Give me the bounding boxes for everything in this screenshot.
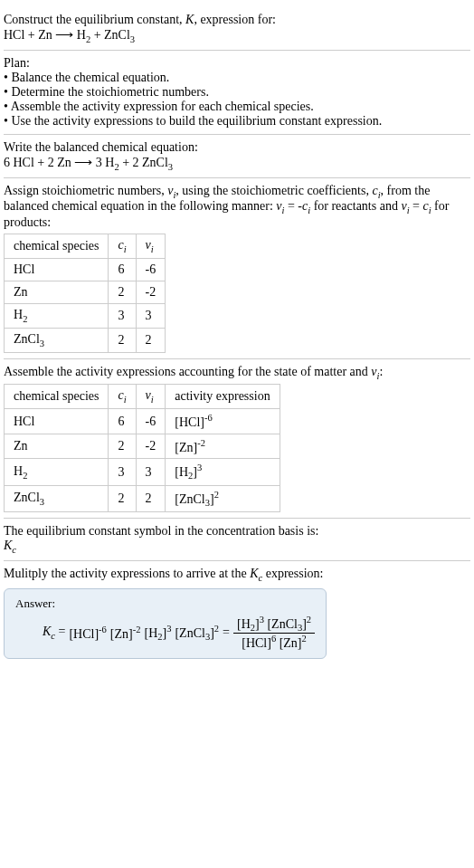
unbalanced-equation: HCl + Zn ⟶ H2 + ZnCl3 <box>4 27 470 44</box>
term: [Zn]-2 <box>110 625 141 642</box>
cell-species: Zn <box>5 281 109 303</box>
table-row: ZnCl3 2 2 [ZnCl3]2 <box>5 485 280 511</box>
cell-species: H2 <box>5 303 109 328</box>
balanced-section: Write the balanced chemical equation: 6 … <box>4 135 470 178</box>
cell-expr: [ZnCl3]2 <box>166 485 280 511</box>
activity-intro: Assemble the activity expressions accoun… <box>4 365 470 381</box>
cell-v: -6 <box>136 409 166 434</box>
cell-species: ZnCl3 <box>5 328 109 352</box>
basis-text: The equilibrium constant symbol in the c… <box>4 524 470 539</box>
stoich-intro: Assign stoichiometric numbers, νi, using… <box>4 184 470 231</box>
stoich-section: Assign stoichiometric numbers, νi, using… <box>4 178 470 359</box>
plan-item: • Use the activity expressions to build … <box>4 114 470 129</box>
plan-item: • Assemble the activity expression for e… <box>4 100 470 114</box>
cell-c: 6 <box>109 258 136 281</box>
table-row: H2 3 3 <box>5 303 166 328</box>
balanced-equation: 6 HCl + 2 Zn ⟶ 3 H2 + 2 ZnCl3 <box>4 155 470 172</box>
table-row: HCl 6 -6 <box>5 258 166 281</box>
basis-symbol: Kc <box>4 539 470 555</box>
col-vi: νi <box>136 385 166 409</box>
cell-species: H2 <box>5 459 109 485</box>
col-ci: ci <box>109 385 136 409</box>
activity-table: chemical species ci νi activity expressi… <box>4 384 280 512</box>
col-species: chemical species <box>5 385 109 409</box>
cell-v: 2 <box>136 328 166 352</box>
cell-species: Zn <box>5 434 109 459</box>
multiply-section: Mulitply the activity expressions to arr… <box>4 561 470 664</box>
cell-expr: [H2]3 <box>166 459 280 485</box>
cell-species: ZnCl3 <box>5 485 109 511</box>
term: [ZnCl3]2 <box>175 624 219 642</box>
equals: = <box>223 625 230 640</box>
stoich-table: chemical species ci νi HCl 6 -6 Zn 2 -2 … <box>4 234 166 352</box>
table-header-row: chemical species ci νi activity expressi… <box>5 385 280 409</box>
cell-v: 3 <box>136 303 166 328</box>
plan-item: • Balance the chemical equation. <box>4 71 470 85</box>
plan-item: • Determine the stoichiometric numbers. <box>4 85 470 100</box>
fraction-denominator: [HCl]6 [Zn]2 <box>233 634 315 651</box>
cell-v: -2 <box>136 281 166 303</box>
cell-species: HCl <box>5 409 109 434</box>
col-species: chemical species <box>5 234 109 259</box>
col-activity: activity expression <box>166 385 280 409</box>
cell-v: -2 <box>136 434 166 459</box>
balanced-header: Write the balanced chemical equation: <box>4 140 470 155</box>
table-row: Zn 2 -2 <box>5 281 166 303</box>
prompt-line: Construct the equilibrium constant, K, e… <box>4 13 276 26</box>
cell-c: 3 <box>109 303 136 328</box>
fraction: [H2]3 [ZnCl3]2 [HCl]6 [Zn]2 <box>233 615 315 651</box>
kc-lhs: Kc = <box>43 625 65 641</box>
plan-section: Plan: • Balance the chemical equation. •… <box>4 51 470 135</box>
cell-species: HCl <box>5 258 109 281</box>
table-row: ZnCl3 2 2 <box>5 328 166 352</box>
table-row: H2 3 3 [H2]3 <box>5 459 280 485</box>
cell-v: 2 <box>136 485 166 511</box>
cell-c: 2 <box>109 328 136 352</box>
cell-c: 2 <box>109 434 136 459</box>
col-ci: ci <box>109 234 136 259</box>
answer-label: Answer: <box>15 596 315 611</box>
activity-section: Assemble the activity expressions accoun… <box>4 359 470 520</box>
table-row: HCl 6 -6 [HCl]-6 <box>5 409 280 434</box>
cell-expr: [HCl]-6 <box>166 409 280 434</box>
fraction-numerator: [H2]3 [ZnCl3]2 <box>233 615 315 634</box>
table-header-row: chemical species ci νi <box>5 234 166 259</box>
cell-v: -6 <box>136 258 166 281</box>
cell-c: 6 <box>109 409 136 434</box>
multiply-intro: Mulitply the activity expressions to arr… <box>4 567 470 583</box>
table-row: Zn 2 -2 [Zn]-2 <box>5 434 280 459</box>
term: [H2]3 <box>144 624 171 642</box>
answer-expression: Kc = [HCl]-6 [Zn]-2 [H2]3 [ZnCl3]2 = [H2… <box>15 615 315 651</box>
cell-c: 2 <box>109 281 136 303</box>
basis-section: The equilibrium constant symbol in the c… <box>4 519 470 561</box>
cell-expr: [Zn]-2 <box>166 434 280 459</box>
cell-v: 3 <box>136 459 166 485</box>
plan-header: Plan: <box>4 56 470 71</box>
prompt-text: Construct the equilibrium constant, K, e… <box>4 13 470 27</box>
cell-c: 3 <box>109 459 136 485</box>
answer-box: Answer: Kc = [HCl]-6 [Zn]-2 [H2]3 [ZnCl3… <box>4 588 327 659</box>
col-vi: νi <box>136 234 166 259</box>
cell-c: 2 <box>109 485 136 511</box>
prompt-section: Construct the equilibrium constant, K, e… <box>4 7 470 51</box>
term: [HCl]-6 <box>69 625 106 642</box>
